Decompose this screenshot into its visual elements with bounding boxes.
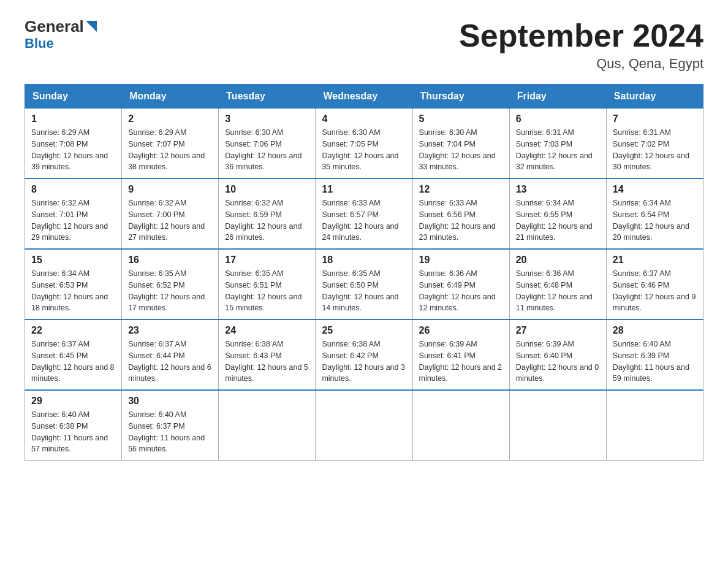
day-info: Sunrise: 6:34 AM Sunset: 6:54 PM Dayligh… xyxy=(613,197,697,243)
day-info: Sunrise: 6:32 AM Sunset: 7:01 PM Dayligh… xyxy=(31,197,115,243)
calendar-week-1: 1 Sunrise: 6:29 AM Sunset: 7:08 PM Dayli… xyxy=(25,109,703,179)
calendar-table: Sunday Monday Tuesday Wednesday Thursday… xyxy=(25,84,703,461)
day-number: 17 xyxy=(225,255,309,266)
day-number: 9 xyxy=(128,184,212,195)
page-subtitle: Qus, Qena, Egypt xyxy=(459,56,703,72)
logo-triangle-icon xyxy=(85,20,98,33)
day-number: 22 xyxy=(31,325,115,336)
calendar-cell-w5-d2 xyxy=(219,390,316,461)
day-number: 5 xyxy=(419,113,503,124)
page-header: General Blue September 2024 Qus, Qena, E… xyxy=(25,18,703,72)
calendar-cell-w3-d5: 20 Sunrise: 6:36 AM Sunset: 6:48 PM Dayl… xyxy=(509,249,606,320)
calendar-cell-w4-d6: 28 Sunrise: 6:40 AM Sunset: 6:39 PM Dayl… xyxy=(606,320,703,390)
day-number: 28 xyxy=(613,325,697,336)
calendar-cell-w3-d2: 17 Sunrise: 6:35 AM Sunset: 6:51 PM Dayl… xyxy=(219,249,316,320)
day-number: 4 xyxy=(322,113,406,124)
day-info: Sunrise: 6:38 AM Sunset: 6:43 PM Dayligh… xyxy=(225,339,309,385)
day-info: Sunrise: 6:39 AM Sunset: 6:40 PM Dayligh… xyxy=(516,339,600,385)
col-tuesday: Tuesday xyxy=(219,85,316,109)
calendar-cell-w4-d0: 22 Sunrise: 6:37 AM Sunset: 6:45 PM Dayl… xyxy=(25,320,122,390)
day-number: 12 xyxy=(419,184,503,195)
day-number: 13 xyxy=(516,184,600,195)
day-info: Sunrise: 6:34 AM Sunset: 6:55 PM Dayligh… xyxy=(516,197,600,243)
calendar-cell-w1-d6: 7 Sunrise: 6:31 AM Sunset: 7:02 PM Dayli… xyxy=(606,109,703,179)
day-number: 10 xyxy=(225,184,309,195)
day-info: Sunrise: 6:29 AM Sunset: 7:07 PM Dayligh… xyxy=(128,127,212,173)
page-title: September 2024 xyxy=(459,18,703,53)
col-monday: Monday xyxy=(122,85,219,109)
calendar-cell-w5-d3 xyxy=(316,390,412,461)
day-number: 19 xyxy=(419,255,503,266)
calendar-cell-w4-d2: 24 Sunrise: 6:38 AM Sunset: 6:43 PM Dayl… xyxy=(219,320,316,390)
calendar-cell-w5-d5 xyxy=(509,390,606,461)
calendar-cell-w5-d6 xyxy=(606,390,703,461)
calendar-cell-w1-d2: 3 Sunrise: 6:30 AM Sunset: 7:06 PM Dayli… xyxy=(219,109,316,179)
day-info: Sunrise: 6:37 AM Sunset: 6:45 PM Dayligh… xyxy=(31,339,115,385)
title-section: September 2024 Qus, Qena, Egypt xyxy=(459,18,703,72)
day-number: 15 xyxy=(31,255,115,266)
calendar-cell-w5-d1: 30 Sunrise: 6:40 AM Sunset: 6:37 PM Dayl… xyxy=(122,390,219,461)
calendar-cell-w2-d6: 14 Sunrise: 6:34 AM Sunset: 6:54 PM Dayl… xyxy=(606,178,703,249)
col-wednesday: Wednesday xyxy=(316,85,412,109)
calendar-cell-w5-d0: 29 Sunrise: 6:40 AM Sunset: 6:38 PM Dayl… xyxy=(25,390,122,461)
calendar-cell-w2-d1: 9 Sunrise: 6:32 AM Sunset: 7:00 PM Dayli… xyxy=(122,178,219,249)
calendar-cell-w1-d3: 4 Sunrise: 6:30 AM Sunset: 7:05 PM Dayli… xyxy=(316,109,412,179)
calendar-cell-w4-d5: 27 Sunrise: 6:39 AM Sunset: 6:40 PM Dayl… xyxy=(509,320,606,390)
calendar-cell-w1-d5: 6 Sunrise: 6:31 AM Sunset: 7:03 PM Dayli… xyxy=(509,109,606,179)
calendar-cell-w2-d0: 8 Sunrise: 6:32 AM Sunset: 7:01 PM Dayli… xyxy=(25,178,122,249)
calendar-header-row: Sunday Monday Tuesday Wednesday Thursday… xyxy=(25,85,703,109)
calendar-cell-w4-d1: 23 Sunrise: 6:37 AM Sunset: 6:44 PM Dayl… xyxy=(122,320,219,390)
col-friday: Friday xyxy=(509,85,606,109)
calendar-cell-w5-d4 xyxy=(412,390,509,461)
calendar-cell-w4-d3: 25 Sunrise: 6:38 AM Sunset: 6:42 PM Dayl… xyxy=(316,320,412,390)
calendar-cell-w4-d4: 26 Sunrise: 6:39 AM Sunset: 6:41 PM Dayl… xyxy=(412,320,509,390)
calendar-cell-w3-d1: 16 Sunrise: 6:35 AM Sunset: 6:52 PM Dayl… xyxy=(122,249,219,320)
day-info: Sunrise: 6:40 AM Sunset: 6:37 PM Dayligh… xyxy=(128,409,212,455)
day-number: 7 xyxy=(613,113,697,124)
day-info: Sunrise: 6:36 AM Sunset: 6:48 PM Dayligh… xyxy=(516,268,600,314)
day-number: 6 xyxy=(516,113,600,124)
day-info: Sunrise: 6:29 AM Sunset: 7:08 PM Dayligh… xyxy=(31,127,115,173)
calendar-cell-w3-d4: 19 Sunrise: 6:36 AM Sunset: 6:49 PM Dayl… xyxy=(412,249,509,320)
calendar-cell-w1-d1: 2 Sunrise: 6:29 AM Sunset: 7:07 PM Dayli… xyxy=(122,109,219,179)
day-info: Sunrise: 6:40 AM Sunset: 6:39 PM Dayligh… xyxy=(613,339,697,385)
day-info: Sunrise: 6:40 AM Sunset: 6:38 PM Dayligh… xyxy=(31,409,115,455)
day-number: 18 xyxy=(322,255,406,266)
logo-blue-text: Blue xyxy=(25,36,54,52)
day-info: Sunrise: 6:32 AM Sunset: 7:00 PM Dayligh… xyxy=(128,197,212,243)
day-number: 1 xyxy=(31,113,115,124)
calendar-cell-w3-d3: 18 Sunrise: 6:35 AM Sunset: 6:50 PM Dayl… xyxy=(316,249,412,320)
day-info: Sunrise: 6:37 AM Sunset: 6:44 PM Dayligh… xyxy=(128,339,212,385)
calendar-week-3: 15 Sunrise: 6:34 AM Sunset: 6:53 PM Dayl… xyxy=(25,249,703,320)
col-saturday: Saturday xyxy=(606,85,703,109)
day-info: Sunrise: 6:39 AM Sunset: 6:41 PM Dayligh… xyxy=(419,339,503,385)
calendar-week-4: 22 Sunrise: 6:37 AM Sunset: 6:45 PM Dayl… xyxy=(25,320,703,390)
day-info: Sunrise: 6:30 AM Sunset: 7:06 PM Dayligh… xyxy=(225,127,309,173)
calendar-cell-w2-d5: 13 Sunrise: 6:34 AM Sunset: 6:55 PM Dayl… xyxy=(509,178,606,249)
day-info: Sunrise: 6:31 AM Sunset: 7:03 PM Dayligh… xyxy=(516,127,600,173)
logo-general-text: General xyxy=(25,18,84,34)
day-number: 21 xyxy=(613,255,697,266)
day-number: 27 xyxy=(516,325,600,336)
day-number: 30 xyxy=(128,396,212,407)
calendar-cell-w1-d0: 1 Sunrise: 6:29 AM Sunset: 7:08 PM Dayli… xyxy=(25,109,122,179)
calendar-cell-w3-d6: 21 Sunrise: 6:37 AM Sunset: 6:46 PM Dayl… xyxy=(606,249,703,320)
day-info: Sunrise: 6:32 AM Sunset: 6:59 PM Dayligh… xyxy=(225,197,309,243)
calendar-cell-w2-d3: 11 Sunrise: 6:33 AM Sunset: 6:57 PM Dayl… xyxy=(316,178,412,249)
day-info: Sunrise: 6:34 AM Sunset: 6:53 PM Dayligh… xyxy=(31,268,115,314)
calendar-cell-w2-d2: 10 Sunrise: 6:32 AM Sunset: 6:59 PM Dayl… xyxy=(219,178,316,249)
day-info: Sunrise: 6:30 AM Sunset: 7:05 PM Dayligh… xyxy=(322,127,406,173)
day-number: 14 xyxy=(613,184,697,195)
day-info: Sunrise: 6:33 AM Sunset: 6:56 PM Dayligh… xyxy=(419,197,503,243)
day-number: 8 xyxy=(31,184,115,195)
day-number: 20 xyxy=(516,255,600,266)
day-number: 23 xyxy=(128,325,212,336)
day-info: Sunrise: 6:38 AM Sunset: 6:42 PM Dayligh… xyxy=(322,339,406,385)
day-number: 24 xyxy=(225,325,309,336)
day-number: 11 xyxy=(322,184,406,195)
calendar-cell-w1-d4: 5 Sunrise: 6:30 AM Sunset: 7:04 PM Dayli… xyxy=(412,109,509,179)
day-info: Sunrise: 6:36 AM Sunset: 6:49 PM Dayligh… xyxy=(419,268,503,314)
day-number: 25 xyxy=(322,325,406,336)
day-number: 26 xyxy=(419,325,503,336)
day-info: Sunrise: 6:33 AM Sunset: 6:57 PM Dayligh… xyxy=(322,197,406,243)
